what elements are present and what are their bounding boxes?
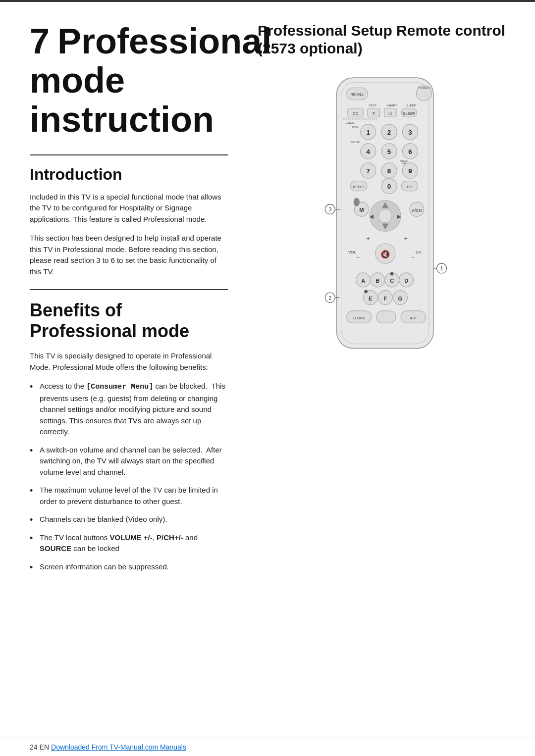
svg-text:+: + — [404, 235, 408, 242]
svg-text:3: 3 — [408, 129, 412, 136]
svg-text:–: – — [411, 253, 415, 260]
svg-point-52 — [378, 209, 392, 223]
remote-container: POWER RECALL TEXT SMART SLEEP CC ≡ — [258, 72, 515, 359]
svg-text:4: 4 — [366, 148, 370, 155]
svg-text:M: M — [359, 207, 364, 213]
svg-point-97 — [354, 198, 359, 206]
svg-text:GUEST: GUEST — [345, 121, 356, 124]
svg-text:CC: CC — [353, 111, 359, 116]
svg-text:2: 2 — [387, 129, 391, 136]
svg-text:RECALL: RECALL — [351, 93, 364, 96]
svg-text:CLOCK: CLOCK — [353, 316, 365, 320]
list-item: A switch-on volume and channel can be se… — [30, 445, 228, 478]
svg-text:□: □ — [389, 110, 392, 116]
svg-text:2: 2 — [328, 295, 331, 301]
svg-text:7: 7 — [366, 167, 370, 175]
benefits-divider — [30, 289, 228, 290]
content-wrapper: 7Professionalmodeinstruction Introductio… — [0, 2, 535, 738]
svg-text:3: 3 — [328, 206, 331, 212]
footer-link[interactable]: Downloaded From TV-Manual.com Manuals — [51, 743, 186, 751]
intro-paragraph-2: This section has been designed to help i… — [30, 233, 228, 277]
svg-text:G: G — [398, 296, 403, 302]
svg-rect-85 — [376, 311, 396, 323]
svg-text:≡: ≡ — [373, 111, 375, 116]
list-item: Channels can be blanked (Video only). — [30, 514, 228, 525]
source-label: SOURCE — [40, 544, 71, 553]
svg-text:C: C — [390, 278, 394, 284]
chapter-number: 7 — [30, 21, 50, 61]
svg-text:A/V: A/V — [410, 316, 416, 320]
pch-label: P/CH+/- — [157, 533, 183, 542]
remote-svg: POWER RECALL TEXT SMART SLEEP CC ≡ — [312, 72, 461, 359]
svg-text:+: + — [397, 213, 399, 218]
svg-text:F: F — [383, 296, 387, 302]
svg-text:9: 9 — [408, 167, 412, 175]
right-column: Professional Setup Remote control (2573 … — [248, 2, 535, 738]
svg-text:POWER: POWER — [418, 86, 430, 89]
chapter-title: 7Professionalmodeinstruction — [30, 22, 228, 140]
footer-lang: EN — [40, 743, 49, 751]
svg-text:0: 0 — [387, 183, 391, 190]
benefits-intro: This TV is specially designed to operate… — [30, 351, 228, 373]
list-item: The TV local buttons VOLUME +/-, P/CH+/-… — [30, 532, 228, 554]
left-column: 7Professionalmodeinstruction Introductio… — [0, 2, 248, 738]
svg-text:TEXT: TEXT — [369, 103, 376, 107]
svg-point-72 — [390, 272, 394, 276]
svg-text:–: – — [372, 213, 374, 218]
svg-text:–: – — [356, 253, 360, 260]
svg-text:A/CH: A/CH — [412, 208, 422, 213]
svg-text:E: E — [369, 296, 372, 302]
svg-text:5: 5 — [387, 148, 391, 155]
svg-text:SMART: SMART — [386, 103, 397, 107]
svg-text:B: B — [375, 278, 379, 284]
svg-text:CH: CH — [416, 250, 421, 254]
svg-text:RESET: RESET — [353, 185, 365, 189]
intro-divider — [30, 154, 228, 155]
benefits-title: Benefits of Professional mode — [30, 300, 228, 342]
svg-text:SLEEP: SLEEP — [406, 103, 416, 107]
svg-point-77 — [364, 290, 368, 293]
svg-text:VOL: VOL — [348, 250, 356, 254]
svg-text:+: + — [366, 235, 370, 242]
svg-text:CH: CH — [402, 162, 406, 165]
svg-text:DCM: DCM — [352, 126, 359, 129]
svg-text:CH: CH — [407, 185, 412, 189]
list-item: Screen information can be suppressed. — [30, 561, 228, 573]
intro-paragraph-1: Included in this TV is a special functio… — [30, 192, 228, 225]
page-container: 7Professionalmodeinstruction Introductio… — [0, 0, 535, 756]
svg-text:SLEEP: SLEEP — [403, 111, 415, 116]
benefits-list: Access to the [Consumer Menu] can be blo… — [30, 381, 228, 572]
svg-text:1: 1 — [440, 265, 443, 271]
footer: 24 EN Downloaded From TV-Manual.com Manu… — [0, 738, 535, 756]
intro-title: Introduction — [30, 165, 228, 184]
svg-text:D: D — [404, 278, 408, 284]
list-item: Access to the [Consumer Menu] can be blo… — [30, 381, 228, 438]
svg-text:SETUP: SETUP — [351, 141, 360, 144]
right-title: Professional Setup Remote control (2573 … — [258, 22, 515, 57]
consumer-menu-label: [Consumer Menu] — [86, 383, 153, 391]
svg-text:A: A — [361, 278, 365, 284]
footer-page-number: 24 — [30, 743, 38, 751]
svg-text:8: 8 — [387, 167, 391, 175]
volume-label: VOLUME +/- — [109, 533, 152, 542]
svg-text:🔇: 🔇 — [380, 250, 390, 259]
list-item: The maximum volume level of the TV can b… — [30, 485, 228, 507]
svg-text:1: 1 — [366, 129, 370, 136]
svg-text:6: 6 — [408, 148, 412, 155]
